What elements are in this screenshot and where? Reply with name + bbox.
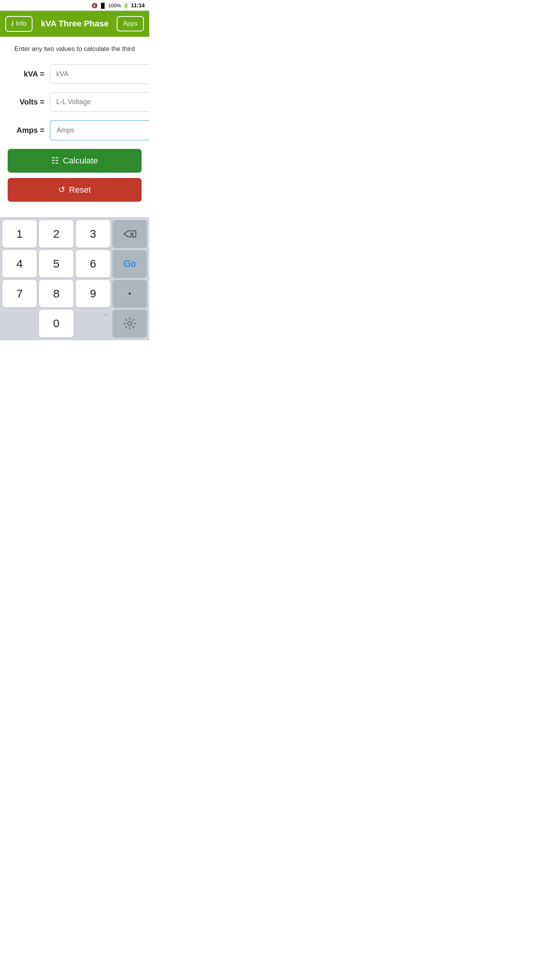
info-icon: i xyxy=(11,20,13,28)
status-bar: 🔇 ▐▌ 100% 🔋 11:14 xyxy=(0,0,149,11)
volts-label: Volts = xyxy=(8,98,50,106)
info-button[interactable]: i Info xyxy=(5,16,33,32)
backspace-icon xyxy=(123,229,137,238)
key-9[interactable]: 9 xyxy=(76,280,110,307)
info-label: Info xyxy=(16,20,26,28)
page-title: kVA Three Phase xyxy=(33,19,117,29)
key-settings[interactable] xyxy=(112,310,147,337)
key-3[interactable]: 3 xyxy=(76,220,110,248)
calculate-button[interactable]: ☷ Calculate xyxy=(8,149,142,173)
key-2[interactable]: 2 xyxy=(39,220,73,248)
mute-icon: 🔇 xyxy=(91,3,98,8)
subtitle: Enter any two values to calculate the th… xyxy=(8,44,142,54)
header: i Info kVA Three Phase Apps xyxy=(0,11,149,37)
amps-label: Amps = xyxy=(8,126,50,135)
key-7[interactable]: 7 xyxy=(2,280,37,307)
keyboard-row-2: 4 5 6 Go xyxy=(2,250,147,278)
key-dot[interactable]: · xyxy=(112,280,147,307)
key-0[interactable]: 0 xyxy=(39,310,73,337)
keyboard-row-1: 1 2 3 xyxy=(2,220,147,248)
amps-input[interactable] xyxy=(50,120,149,140)
status-time: 11:14 xyxy=(131,2,145,8)
kva-field-row: kVA = xyxy=(8,64,142,84)
kva-label: kVA = xyxy=(8,70,50,78)
key-1[interactable]: 1 xyxy=(2,220,37,248)
keyboard-row-3: 7 8 9 · xyxy=(2,280,147,307)
status-icons: 🔇 ▐▌ 100% 🔋 11:14 xyxy=(91,2,145,8)
key-8[interactable]: 8 xyxy=(39,280,73,307)
amps-field-row: Amps = xyxy=(8,120,142,140)
key-backspace[interactable] xyxy=(112,220,147,248)
signal-icon: ▐▌ xyxy=(99,3,106,8)
key-go[interactable]: Go xyxy=(112,250,147,278)
calculator-icon: ☷ xyxy=(51,156,59,166)
battery-label: 100% xyxy=(108,3,121,8)
apps-label: Apps xyxy=(123,20,138,28)
key-5[interactable]: 5 xyxy=(39,250,73,278)
key-6[interactable]: 6 xyxy=(76,250,110,278)
key-4[interactable]: 4 xyxy=(2,250,37,278)
key-empty-right: • xyxy=(76,310,110,337)
numeric-keyboard: 1 2 3 4 5 6 Go 7 8 9 · 0 • xyxy=(0,217,149,340)
reset-button[interactable]: ↺ Reset xyxy=(8,178,142,202)
main-content: Enter any two values to calculate the th… xyxy=(0,37,149,209)
apps-button[interactable]: Apps xyxy=(117,16,144,31)
key-empty-left xyxy=(2,310,37,337)
gear-icon xyxy=(123,317,136,330)
reset-icon: ↺ xyxy=(58,185,65,195)
keyboard-row-4: 0 • xyxy=(2,310,147,337)
battery-icon: 🔋 xyxy=(123,3,129,8)
volts-input[interactable] xyxy=(50,92,149,112)
volts-field-row: Volts = xyxy=(8,92,142,112)
calculate-label: Calculate xyxy=(63,156,98,166)
reset-label: Reset xyxy=(69,185,91,195)
svg-point-2 xyxy=(128,322,132,325)
kva-input[interactable] xyxy=(50,64,149,84)
